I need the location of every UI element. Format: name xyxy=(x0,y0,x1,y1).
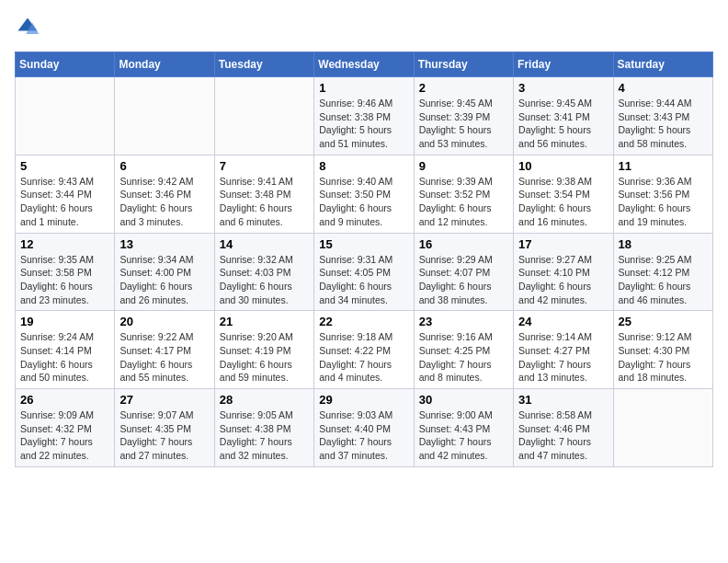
day-info: Sunrise: 9:45 AM Sunset: 3:41 PM Dayligh… xyxy=(518,97,608,151)
day-info: Sunrise: 9:05 AM Sunset: 4:38 PM Dayligh… xyxy=(220,408,309,463)
day-number: 21 xyxy=(220,315,309,328)
calendar-cell: 8Sunrise: 9:40 AM Sunset: 3:50 PM Daylig… xyxy=(314,155,414,233)
day-number: 31 xyxy=(518,393,608,407)
day-number: 27 xyxy=(119,393,209,407)
calendar-cell: 18Sunrise: 9:25 AM Sunset: 4:12 PM Dayli… xyxy=(613,233,712,311)
day-info: Sunrise: 9:35 AM Sunset: 3:58 PM Dayligh… xyxy=(20,253,109,307)
weekday-header-friday: Friday xyxy=(514,52,613,77)
weekday-header-sunday: Sunday xyxy=(16,52,115,77)
calendar-cell: 27Sunrise: 9:07 AM Sunset: 4:35 PM Dayli… xyxy=(115,389,214,467)
weekday-header-thursday: Thursday xyxy=(414,52,513,77)
calendar-cell: 19Sunrise: 9:24 AM Sunset: 4:14 PM Dayli… xyxy=(16,311,115,389)
calendar-cell: 2Sunrise: 9:45 AM Sunset: 3:39 PM Daylig… xyxy=(414,77,513,155)
day-info: Sunrise: 9:07 AM Sunset: 4:35 PM Dayligh… xyxy=(119,408,209,463)
day-number: 3 xyxy=(518,81,608,95)
day-number: 13 xyxy=(119,237,209,251)
day-info: Sunrise: 9:38 AM Sunset: 3:54 PM Dayligh… xyxy=(518,175,608,229)
day-info: Sunrise: 9:03 AM Sunset: 4:40 PM Dayligh… xyxy=(319,408,408,463)
calendar-cell: 15Sunrise: 9:31 AM Sunset: 4:05 PM Dayli… xyxy=(314,233,414,311)
day-info: Sunrise: 9:29 AM Sunset: 4:07 PM Dayligh… xyxy=(419,253,508,307)
day-number: 28 xyxy=(220,393,309,407)
logo xyxy=(15,15,44,40)
week-row-5: 26Sunrise: 9:09 AM Sunset: 4:32 PM Dayli… xyxy=(16,389,713,467)
week-row-3: 12Sunrise: 9:35 AM Sunset: 3:58 PM Dayli… xyxy=(16,233,713,311)
calendar-cell: 13Sunrise: 9:34 AM Sunset: 4:00 PM Dayli… xyxy=(115,233,214,311)
day-info: Sunrise: 9:18 AM Sunset: 4:22 PM Dayligh… xyxy=(319,330,408,385)
day-number: 18 xyxy=(619,237,708,251)
weekday-header-saturday: Saturday xyxy=(613,52,712,77)
day-info: Sunrise: 9:40 AM Sunset: 3:50 PM Dayligh… xyxy=(319,175,408,229)
week-row-1: 1Sunrise: 9:46 AM Sunset: 3:38 PM Daylig… xyxy=(16,77,713,155)
day-number: 16 xyxy=(419,237,508,251)
day-info: Sunrise: 9:20 AM Sunset: 4:19 PM Dayligh… xyxy=(220,330,309,385)
week-row-2: 5Sunrise: 9:43 AM Sunset: 3:44 PM Daylig… xyxy=(16,155,713,233)
day-info: Sunrise: 9:09 AM Sunset: 4:32 PM Dayligh… xyxy=(20,408,109,463)
day-number: 12 xyxy=(20,237,109,251)
day-info: Sunrise: 9:00 AM Sunset: 4:43 PM Dayligh… xyxy=(419,408,508,463)
day-number: 23 xyxy=(419,315,508,328)
calendar-cell: 14Sunrise: 9:32 AM Sunset: 4:03 PM Dayli… xyxy=(214,233,313,311)
calendar-cell: 4Sunrise: 9:44 AM Sunset: 3:43 PM Daylig… xyxy=(613,77,712,155)
calendar-cell: 11Sunrise: 9:36 AM Sunset: 3:56 PM Dayli… xyxy=(613,155,712,233)
calendar-cell: 23Sunrise: 9:16 AM Sunset: 4:25 PM Dayli… xyxy=(414,311,513,389)
day-info: Sunrise: 9:24 AM Sunset: 4:14 PM Dayligh… xyxy=(20,330,109,385)
weekday-header-row: SundayMondayTuesdayWednesdayThursdayFrid… xyxy=(16,52,713,77)
day-number: 10 xyxy=(518,159,608,173)
logo-icon xyxy=(15,15,40,40)
day-number: 25 xyxy=(619,315,708,328)
calendar-cell: 31Sunrise: 8:58 AM Sunset: 4:46 PM Dayli… xyxy=(514,389,613,467)
day-info: Sunrise: 8:58 AM Sunset: 4:46 PM Dayligh… xyxy=(518,408,608,463)
day-number: 1 xyxy=(319,81,408,95)
day-info: Sunrise: 9:34 AM Sunset: 4:00 PM Dayligh… xyxy=(119,253,209,307)
calendar-cell: 12Sunrise: 9:35 AM Sunset: 3:58 PM Dayli… xyxy=(16,233,115,311)
day-info: Sunrise: 9:43 AM Sunset: 3:44 PM Dayligh… xyxy=(20,175,109,229)
calendar-cell: 17Sunrise: 9:27 AM Sunset: 4:10 PM Dayli… xyxy=(514,233,613,311)
calendar-cell: 7Sunrise: 9:41 AM Sunset: 3:48 PM Daylig… xyxy=(214,155,313,233)
page-header xyxy=(15,15,713,40)
day-number: 26 xyxy=(20,393,109,407)
day-info: Sunrise: 9:16 AM Sunset: 4:25 PM Dayligh… xyxy=(419,330,508,385)
day-info: Sunrise: 9:36 AM Sunset: 3:56 PM Dayligh… xyxy=(619,175,708,229)
calendar-cell: 16Sunrise: 9:29 AM Sunset: 4:07 PM Dayli… xyxy=(414,233,513,311)
calendar-cell: 20Sunrise: 9:22 AM Sunset: 4:17 PM Dayli… xyxy=(115,311,214,389)
calendar-cell: 21Sunrise: 9:20 AM Sunset: 4:19 PM Dayli… xyxy=(214,311,313,389)
day-number: 30 xyxy=(419,393,508,407)
day-info: Sunrise: 9:25 AM Sunset: 4:12 PM Dayligh… xyxy=(619,253,708,307)
calendar-cell: 30Sunrise: 9:00 AM Sunset: 4:43 PM Dayli… xyxy=(414,389,513,467)
calendar-cell: 24Sunrise: 9:14 AM Sunset: 4:27 PM Dayli… xyxy=(514,311,613,389)
calendar-cell: 5Sunrise: 9:43 AM Sunset: 3:44 PM Daylig… xyxy=(16,155,115,233)
calendar-table: SundayMondayTuesdayWednesdayThursdayFrid… xyxy=(15,52,713,467)
day-info: Sunrise: 9:46 AM Sunset: 3:38 PM Dayligh… xyxy=(319,97,408,151)
day-number: 7 xyxy=(220,159,309,173)
weekday-header-tuesday: Tuesday xyxy=(214,52,313,77)
weekday-header-wednesday: Wednesday xyxy=(314,52,414,77)
day-number: 4 xyxy=(619,81,708,95)
day-info: Sunrise: 9:12 AM Sunset: 4:30 PM Dayligh… xyxy=(619,330,708,385)
calendar-cell: 28Sunrise: 9:05 AM Sunset: 4:38 PM Dayli… xyxy=(214,389,313,467)
calendar-cell: 29Sunrise: 9:03 AM Sunset: 4:40 PM Dayli… xyxy=(314,389,414,467)
calendar-cell: 3Sunrise: 9:45 AM Sunset: 3:41 PM Daylig… xyxy=(514,77,613,155)
day-info: Sunrise: 9:27 AM Sunset: 4:10 PM Dayligh… xyxy=(518,253,608,307)
day-info: Sunrise: 9:44 AM Sunset: 3:43 PM Dayligh… xyxy=(619,97,708,151)
day-number: 5 xyxy=(20,159,109,173)
calendar-cell: 10Sunrise: 9:38 AM Sunset: 3:54 PM Dayli… xyxy=(514,155,613,233)
day-number: 19 xyxy=(20,315,109,328)
day-info: Sunrise: 9:32 AM Sunset: 4:03 PM Dayligh… xyxy=(220,253,309,307)
day-info: Sunrise: 9:14 AM Sunset: 4:27 PM Dayligh… xyxy=(518,330,608,385)
calendar-cell: 6Sunrise: 9:42 AM Sunset: 3:46 PM Daylig… xyxy=(115,155,214,233)
calendar-cell xyxy=(16,77,115,155)
day-number: 29 xyxy=(319,393,408,407)
day-number: 2 xyxy=(419,81,508,95)
calendar-cell: 1Sunrise: 9:46 AM Sunset: 3:38 PM Daylig… xyxy=(314,77,414,155)
calendar-cell: 9Sunrise: 9:39 AM Sunset: 3:52 PM Daylig… xyxy=(414,155,513,233)
day-number: 22 xyxy=(319,315,408,328)
day-number: 15 xyxy=(319,237,408,251)
day-info: Sunrise: 9:45 AM Sunset: 3:39 PM Dayligh… xyxy=(419,97,508,151)
day-number: 11 xyxy=(619,159,708,173)
week-row-4: 19Sunrise: 9:24 AM Sunset: 4:14 PM Dayli… xyxy=(16,311,713,389)
calendar-cell xyxy=(115,77,214,155)
weekday-header-monday: Monday xyxy=(115,52,214,77)
day-number: 20 xyxy=(119,315,209,328)
day-number: 9 xyxy=(419,159,508,173)
calendar-cell: 26Sunrise: 9:09 AM Sunset: 4:32 PM Dayli… xyxy=(16,389,115,467)
